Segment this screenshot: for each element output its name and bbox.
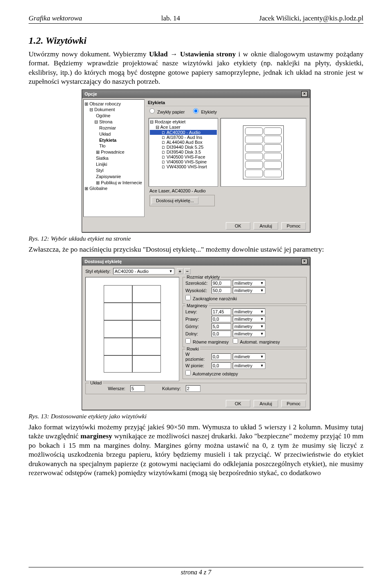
radio-normal-paper[interactable]: Zwykły papier — [149, 109, 185, 114]
dialog-buttons: OK Anuluj Pomoc — [226, 400, 306, 407]
tree-label-item[interactable]: AL44040 Aud Box — [150, 140, 217, 145]
tree-item[interactable]: Zapisywanie — [85, 174, 144, 180]
unit-combo[interactable]: milimetry▼ — [233, 323, 265, 330]
left-margin-input[interactable]: 17,45 — [212, 308, 231, 315]
doc-author: Jacek Wiślicki, jacenty@kis.p.lodz.pl — [259, 14, 363, 22]
chevron-down-icon: ▼ — [260, 317, 264, 321]
dialog-title-text: Dostosuj etykietę — [85, 259, 122, 264]
right-margin-input[interactable]: 0,0 — [212, 316, 231, 322]
tree-item[interactable]: Rozmiar — [85, 125, 144, 131]
radio-input[interactable] — [193, 108, 198, 114]
tree-item[interactable]: Tło — [85, 143, 144, 149]
hgutter-label: W poziomie: — [185, 352, 210, 362]
tree-item[interactable]: Globalne — [85, 185, 144, 192]
unit-combo[interactable]: milimetry▼ — [233, 330, 265, 337]
tree-item[interactable]: ⊞ Prowadnice — [85, 149, 144, 155]
label-preview — [220, 118, 306, 187]
header-rule — [29, 23, 363, 24]
options-tree[interactable]: Obszar roboczy Dokument Ogólne ⊟ Strona … — [83, 99, 145, 217]
unit-combo[interactable]: milimetr▼ — [233, 353, 265, 360]
checkbox-input[interactable] — [185, 295, 191, 300]
width-unit-combo[interactable]: milimetry▼ — [233, 280, 265, 286]
combo-value: milimetr — [234, 354, 250, 359]
checkbox-input[interactable] — [185, 370, 191, 375]
chevron-down-icon: ▼ — [260, 332, 264, 336]
radio-label: Zwykły papier — [157, 109, 185, 114]
checkbox-label: Automatyczne odstępy — [192, 371, 238, 376]
tree-item[interactable]: Styl — [85, 167, 144, 174]
paper-type-radios: Zwykły papier Etykiety — [146, 106, 309, 116]
label-style-row: Styl etykiety: AC40200 - Audio ▼ + − — [85, 268, 307, 275]
tree-label-item[interactable]: DI39540 Disk 3.5 — [150, 150, 217, 154]
help-button[interactable]: Pomoc — [281, 222, 306, 230]
cols-input[interactable]: 2 — [186, 385, 200, 392]
tree-label-item[interactable]: VI40600 VHS-Spine — [150, 159, 217, 164]
customize-label-button[interactable]: Dostosuj etykietę... — [151, 197, 198, 204]
width-label: Szerokość: — [185, 281, 210, 286]
ok-button[interactable]: OK — [226, 400, 250, 407]
tree-root[interactable]: Rodzaje etykiet — [150, 119, 217, 125]
height-unit-combo[interactable]: milimetry▼ — [233, 287, 265, 294]
bottom-margin-input[interactable]: 0,0 — [212, 330, 231, 337]
help-button[interactable]: Pomoc — [281, 400, 306, 407]
figure-caption-12: Rys. 12: Wybór układu etykiet na stronie — [29, 235, 363, 242]
layout-legend: Układ — [89, 380, 103, 385]
tree-label-item[interactable]: VW43000 VHS-Insrt — [150, 164, 217, 169]
rows-input[interactable]: 5 — [130, 385, 145, 392]
text: Utwórzmy nowy dokument. Wybierzmy — [29, 50, 149, 58]
top-margin-input[interactable]: 5,0 — [212, 323, 231, 330]
cancel-button[interactable]: Anuluj — [254, 400, 278, 407]
tree-label-selected[interactable]: AC40200 - Audio — [150, 130, 217, 135]
tree-vendor[interactable]: Ace Laser — [150, 125, 217, 130]
equal-margins-checkbox[interactable]: Równe marginesy — [185, 338, 229, 344]
checkbox-input[interactable] — [233, 338, 238, 344]
tree-item[interactable]: Ogólne — [85, 113, 144, 119]
hgutter-input[interactable]: 0,0 — [212, 353, 231, 360]
unit-combo[interactable]: milimetry▼ — [233, 316, 265, 322]
minus-button[interactable]: − — [184, 268, 191, 274]
checkbox-input[interactable] — [185, 338, 191, 344]
tree-label-item[interactable]: DI39440 Disk 5.25 — [150, 145, 217, 150]
lab-number: lab. 14 — [161, 14, 180, 22]
checkbox-label: Równe marginesy — [193, 339, 229, 344]
tree-item-selected[interactable]: Etykieta — [85, 137, 144, 143]
tree-item[interactable]: ⊞ Publikuj w Internecie — [85, 180, 144, 186]
rounded-corners-checkbox[interactable]: Zaokrąglone narożniki — [185, 295, 237, 301]
unit-combo[interactable]: milimetry▼ — [233, 362, 265, 369]
close-icon[interactable]: × — [301, 259, 307, 264]
tree-label-item[interactable]: AI18700 - Aud Ins — [150, 135, 217, 140]
plus-button[interactable]: + — [177, 268, 183, 274]
ok-button[interactable]: OK — [226, 222, 250, 230]
close-icon[interactable]: × — [301, 91, 307, 97]
auto-spacing-checkbox[interactable]: Automatyczne odstępy — [185, 370, 238, 376]
add-remove-buttons: + − — [177, 268, 191, 274]
tree-item[interactable]: Linijki — [85, 161, 144, 167]
unit-combo[interactable]: milimetry▼ — [233, 308, 265, 315]
tree-item[interactable]: Dokument — [85, 107, 144, 113]
customize-group: Dostosuj etykietę... — [149, 195, 215, 206]
tree-label-item[interactable]: VI40500 VHS-Face — [150, 154, 217, 159]
figure-caption-13: Rys. 13: Dostosowanie etykiety jako wizy… — [29, 413, 363, 420]
tree-item[interactable]: Układ — [85, 131, 144, 137]
selected-label-text: Ace Laser, AC40200 - Audio — [146, 187, 309, 194]
combo-value: milimetry — [234, 288, 252, 293]
page-header: Grafika wektorowa lab. 14 Jacek Wiślicki… — [29, 14, 363, 22]
panel-heading: Etykieta — [146, 99, 309, 106]
auto-margins-checkbox[interactable]: Automat. marginesy — [233, 338, 280, 344]
doc-subject: Grafika wektorowa — [29, 14, 82, 22]
combo-value: milimetry — [234, 324, 252, 329]
width-input[interactable]: 90,0 — [212, 280, 231, 286]
height-input[interactable]: 50,0 — [212, 287, 231, 294]
radio-labels[interactable]: Etykiety — [193, 109, 217, 114]
radio-input[interactable] — [149, 108, 155, 114]
tree-item[interactable]: Siatka — [85, 155, 144, 161]
height-label: Wysokość: — [185, 288, 210, 293]
cancel-button[interactable]: Anuluj — [254, 222, 278, 230]
combo-value: milimetry — [234, 363, 252, 368]
style-combo[interactable]: AC40200 - Audio ▼ — [113, 268, 174, 275]
size-fieldset: Rozmiar etykiety Szerokość: 90,0 milimet… — [183, 277, 307, 304]
tree-item[interactable]: ⊟ Strona — [85, 119, 144, 125]
tree-item[interactable]: Obszar roboczy — [85, 101, 144, 107]
vgutter-input[interactable]: 0,0 — [212, 362, 231, 369]
label-types-tree[interactable]: Rodzaje etykiet Ace Laser AC40200 - Audi… — [149, 118, 218, 187]
